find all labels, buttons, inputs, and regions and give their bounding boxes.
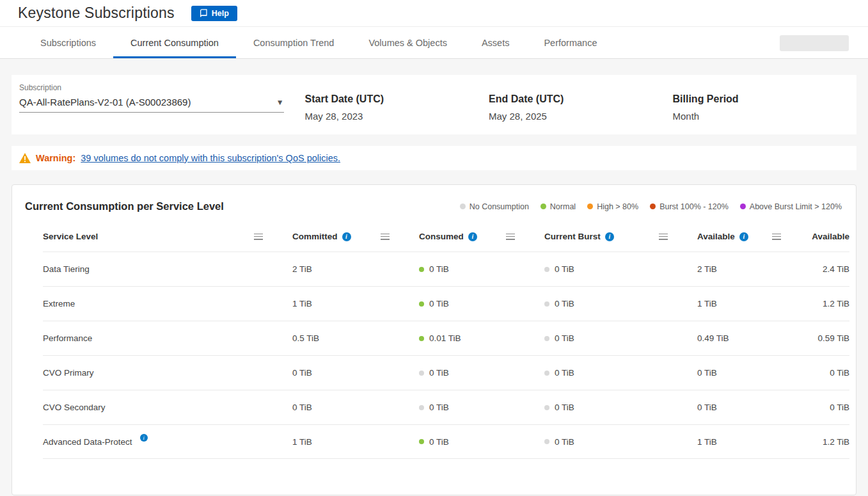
tab-consumption-trend[interactable]: Consumption Trend <box>236 27 352 58</box>
committed-value: 0 TiB <box>292 368 312 378</box>
billing-period-field: Billing Period Month <box>673 83 857 122</box>
tab-subscriptions[interactable]: Subscriptions <box>23 27 113 58</box>
table-row: CVO Primary 0 TiB 0 TiB 0 TiB 0 TiB 0 Ti… <box>43 355 849 390</box>
consumed-info-icon[interactable]: i <box>468 232 477 241</box>
app-header: Keystone Subscriptions Help <box>0 0 868 27</box>
available-value: 2 TiB <box>697 264 717 274</box>
subscription-select-value: QA-All-RatePlans-V2-01 (A-S00023869) <box>19 97 191 108</box>
start-date-value: May 28, 2023 <box>305 111 489 122</box>
table-header-row: Service Level Committed i Consumed i Cur… <box>43 232 849 252</box>
subscription-filter-card: Subscription QA-All-RatePlans-V2-01 (A-S… <box>12 75 856 134</box>
available-2-value: 0 TiB <box>830 368 849 378</box>
burst-status-dot <box>544 371 549 376</box>
column-header-available: Available <box>697 232 735 241</box>
column-menu-icon[interactable] <box>381 234 390 240</box>
column-menu-icon[interactable] <box>506 234 515 240</box>
burst-status-dot <box>544 267 549 272</box>
qos-noncompliance-link[interactable]: 39 volumes do not comply with this subsc… <box>81 153 340 163</box>
legend-item-high: High > 80% <box>587 202 638 211</box>
current-burst-value: 0 TiB <box>555 437 574 447</box>
legend-item-above-burst: Above Burst Limit > 120% <box>740 202 842 211</box>
available-2-value: 0.59 TiB <box>817 333 849 343</box>
current-burst-value: 0 TiB <box>555 333 574 343</box>
service-level-name: Data Tiering <box>43 264 90 274</box>
subscription-select[interactable]: Subscription QA-All-RatePlans-V2-01 (A-S… <box>19 83 284 113</box>
current-burst-value: 0 TiB <box>555 299 574 308</box>
available-2-value: 1.2 TiB <box>823 437 849 447</box>
consumed-value: 0 TiB <box>429 403 449 412</box>
available-value: 1 TiB <box>697 299 717 308</box>
committed-value: 0 TiB <box>292 403 312 412</box>
normal-dot <box>541 204 546 209</box>
current-burst-info-icon[interactable]: i <box>605 232 614 241</box>
column-header-available-2: Available <box>812 232 849 241</box>
burst-status-dot <box>544 439 549 444</box>
available-info-icon[interactable]: i <box>739 232 748 241</box>
status-legend: No Consumption Normal High > 80% Burst 1… <box>460 202 842 211</box>
consumption-card: Current Consumption per Service Level No… <box>12 184 856 495</box>
tab-performance[interactable]: Performance <box>526 27 614 58</box>
consumed-value: 0 TiB <box>429 437 449 447</box>
end-date-label: End Date (UTC) <box>489 93 673 105</box>
column-header-committed: Committed <box>292 232 338 241</box>
column-menu-icon[interactable] <box>659 234 668 240</box>
burst-status-dot <box>544 405 549 410</box>
tab-bar-action-placeholder <box>780 35 849 51</box>
legend-item-no-consumption: No Consumption <box>460 202 529 211</box>
table-row: Extreme 1 TiB 0 TiB 0 TiB 1 TiB 1.2 TiB <box>43 286 849 321</box>
available-2-value: 0 TiB <box>830 403 849 412</box>
high-dot <box>587 204 593 209</box>
current-burst-value: 0 TiB <box>555 403 574 412</box>
burst-dot <box>650 204 656 209</box>
consumed-status-dot <box>419 405 424 410</box>
start-date-label: Start Date (UTC) <box>305 93 489 105</box>
available-value: 0 TiB <box>697 368 717 378</box>
tab-assets[interactable]: Assets <box>464 27 527 58</box>
service-level-info-icon[interactable]: i <box>140 434 148 442</box>
end-date-value: May 28, 2025 <box>489 111 673 122</box>
column-header-service-level: Service Level <box>43 232 98 241</box>
warning-triangle-icon <box>19 153 31 163</box>
available-value: 0.49 TiB <box>697 333 729 343</box>
current-burst-value: 0 TiB <box>555 264 574 274</box>
qos-warning-banner: Warning: 39 volumes do not comply with t… <box>12 146 856 170</box>
burst-status-dot <box>544 301 549 307</box>
column-header-current-burst: Current Burst <box>544 232 601 241</box>
table-row: CVO Secondary 0 TiB 0 TiB 0 TiB 0 TiB 0 … <box>43 390 849 424</box>
service-level-table: Service Level Committed i Consumed i Cur… <box>12 232 856 459</box>
consumption-card-title: Current Consumption per Service Level <box>25 200 224 212</box>
tab-bar: Subscriptions Current Consumption Consum… <box>0 27 868 59</box>
committed-value: 1 TiB <box>292 437 312 447</box>
column-menu-icon[interactable] <box>772 234 781 240</box>
consumed-status-dot <box>419 301 424 307</box>
available-2-value: 1.2 TiB <box>823 299 849 308</box>
consumed-value: 0 TiB <box>429 368 449 378</box>
consumed-value: 0 TiB <box>429 264 449 274</box>
table-row: Performance 0.5 TiB 0.01 TiB 0 TiB 0.49 … <box>43 321 849 355</box>
help-button-label: Help <box>212 9 229 18</box>
billing-period-value: Month <box>673 111 857 122</box>
no-consumption-dot <box>460 204 466 209</box>
tab-volumes-objects[interactable]: Volumes & Objects <box>351 27 464 58</box>
subscription-select-label: Subscription <box>19 83 284 92</box>
service-level-name: Performance <box>43 333 92 343</box>
committed-value: 1 TiB <box>292 299 312 308</box>
consumed-status-dot <box>419 371 424 376</box>
legend-item-normal: Normal <box>541 202 576 211</box>
committed-value: 0.5 TiB <box>292 333 319 343</box>
help-button[interactable]: Help <box>191 6 237 21</box>
consumed-status-dot <box>419 336 424 341</box>
service-level-name: CVO Secondary <box>43 403 106 412</box>
consumed-value: 0.01 TiB <box>429 333 461 343</box>
committed-info-icon[interactable]: i <box>342 232 351 241</box>
warning-label: Warning: <box>36 153 75 163</box>
end-date-field: End Date (UTC) May 28, 2025 <box>489 83 673 122</box>
table-row: Advanced Data-Protect i 1 TiB 0 TiB 0 Ti… <box>43 424 849 459</box>
billing-period-label: Billing Period <box>673 93 857 105</box>
chevron-down-icon: ▼ <box>276 98 284 107</box>
service-level-name: Advanced Data-Protect <box>43 437 132 447</box>
page-content: Subscription QA-All-RatePlans-V2-01 (A-S… <box>0 59 868 496</box>
column-menu-icon[interactable] <box>254 234 263 240</box>
service-level-name: CVO Primary <box>43 368 94 378</box>
tab-current-consumption[interactable]: Current Consumption <box>113 27 236 58</box>
